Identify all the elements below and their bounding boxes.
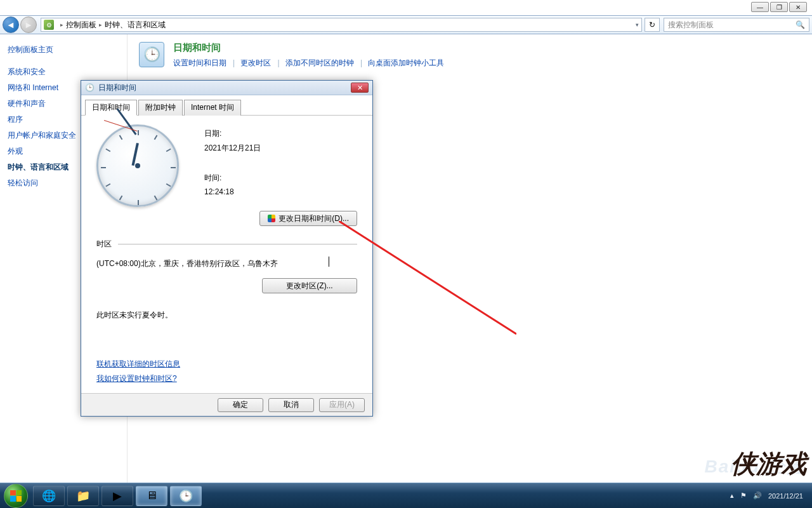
- search-placeholder: 搜索控制面板: [668, 20, 714, 30]
- tab-additional-clocks[interactable]: 附加时钟: [138, 100, 183, 116]
- back-button[interactable]: ◄: [3, 17, 19, 33]
- system-tray[interactable]: ▴ ⚑ 🔊 2021/12/21: [730, 491, 808, 500]
- apply-button[interactable]: 应用(A): [319, 398, 365, 412]
- search-input[interactable]: 搜索控制面板 🔍: [664, 18, 809, 32]
- link-change-timezone[interactable]: 更改时区: [240, 58, 271, 67]
- tray-date[interactable]: 2021/12/21: [768, 492, 803, 500]
- dialog-footer: 确定 取消 应用(A): [81, 393, 372, 416]
- forward-button[interactable]: ►: [20, 17, 37, 33]
- timezone-value: (UTC+08:00)北京，重庆，香港特别行政区，乌鲁木齐: [96, 258, 357, 269]
- windows-logo-icon: [10, 490, 22, 502]
- maximize-button[interactable]: ❐: [770, 2, 788, 12]
- dialog-titlebar[interactable]: 🕒 日期和时间 ✕: [81, 81, 372, 95]
- text-cursor: [329, 257, 329, 267]
- link-how-set-clock[interactable]: 我如何设置时钟和时区?: [96, 373, 177, 384]
- clock-icon: 🕒: [85, 83, 95, 92]
- link-desktop-clock[interactable]: 向桌面添加时钟小工具: [368, 58, 444, 67]
- link-set-datetime[interactable]: 设置时间和日期: [173, 58, 226, 67]
- analog-clock: [96, 124, 179, 207]
- divider: [118, 244, 357, 244]
- minimize-button[interactable]: —: [751, 2, 769, 12]
- taskbar-datetime-dialog[interactable]: 🕒: [170, 486, 202, 506]
- sidebar-item-system[interactable]: 系统和安全: [8, 67, 119, 77]
- chevron-right-icon: ▸: [60, 22, 63, 28]
- sidebar-home-link[interactable]: 控制面板主页: [8, 44, 119, 55]
- window-control-group: — ❐ ✕: [751, 2, 807, 12]
- link-online-tz-info[interactable]: 联机获取详细的时区信息: [96, 359, 180, 370]
- datetime-dialog: 🕒 日期和时间 ✕ 日期和时间 附加时钟 Internet 时间 日期: 202…: [81, 80, 373, 417]
- tray-flag-icon[interactable]: ⚑: [740, 491, 747, 500]
- change-timezone-button[interactable]: 更改时区(Z)...: [262, 278, 357, 293]
- dst-note: 此时区未实行夏令时。: [96, 310, 357, 321]
- dialog-tabs: 日期和时间 附加时钟 Internet 时间: [81, 95, 372, 116]
- change-datetime-button[interactable]: 更改日期和时间(D)...: [259, 211, 357, 226]
- tab-datetime[interactable]: 日期和时间: [85, 100, 137, 116]
- close-button[interactable]: ✕: [789, 2, 807, 12]
- breadcrumb[interactable]: ⚙ ▸ 控制面板 ▸ 时钟、语言和区域 ▾: [41, 18, 642, 32]
- tray-expand-icon[interactable]: ▴: [730, 491, 734, 500]
- uac-shield-icon: [268, 215, 275, 222]
- tab-internet-time[interactable]: Internet 时间: [184, 100, 241, 116]
- category-links: 设置时间和日期| 更改时区| 添加不同时区的时钟| 向桌面添加时钟小工具: [173, 58, 447, 69]
- dialog-title: 日期和时间: [98, 83, 136, 93]
- time-value: 12:24:18: [204, 187, 261, 196]
- datetime-readout: 日期: 2021年12月21日 时间: 12:24:18: [204, 124, 261, 200]
- breadcrumb-segment[interactable]: 控制面板: [66, 20, 96, 30]
- taskbar-media[interactable]: ▶: [102, 486, 133, 506]
- tray-volume-icon[interactable]: 🔊: [753, 491, 762, 500]
- dialog-close-button[interactable]: ✕: [351, 83, 369, 93]
- timezone-heading: 时区: [96, 239, 112, 250]
- chevron-right-icon: ▸: [99, 22, 102, 28]
- breadcrumb-segment[interactable]: 时钟、语言和区域: [105, 20, 166, 30]
- taskbar-explorer[interactable]: 📁: [67, 486, 99, 506]
- taskbar[interactable]: 🌐 📁 ▶ 🖥 🕒 ▴ ⚑ 🔊 2021/12/21: [0, 483, 812, 508]
- address-bar: ◄ ► ⚙ ▸ 控制面板 ▸ 时钟、语言和区域 ▾ ↻ 搜索控制面板 🔍: [0, 15, 812, 34]
- refresh-button[interactable]: ↻: [645, 18, 660, 32]
- date-label: 日期:: [204, 128, 261, 139]
- start-button[interactable]: [4, 484, 28, 508]
- page-title[interactable]: 日期和时间: [173, 42, 447, 54]
- control-panel-icon: ⚙: [44, 20, 54, 30]
- taskbar-ie[interactable]: 🌐: [33, 486, 65, 506]
- cancel-button[interactable]: 取消: [268, 398, 314, 412]
- link-add-clocks[interactable]: 添加不同时区的时钟: [285, 58, 354, 67]
- date-value: 2021年12月21日: [204, 143, 261, 154]
- taskbar-control-panel[interactable]: 🖥: [136, 486, 167, 506]
- chevron-down-icon[interactable]: ▾: [636, 22, 639, 28]
- search-icon: 🔍: [796, 20, 805, 29]
- datetime-category-icon: 🕒: [139, 42, 164, 67]
- time-label: 时间:: [204, 173, 261, 184]
- watermark-game: 侠游戏: [731, 446, 807, 481]
- ok-button[interactable]: 确定: [218, 398, 263, 412]
